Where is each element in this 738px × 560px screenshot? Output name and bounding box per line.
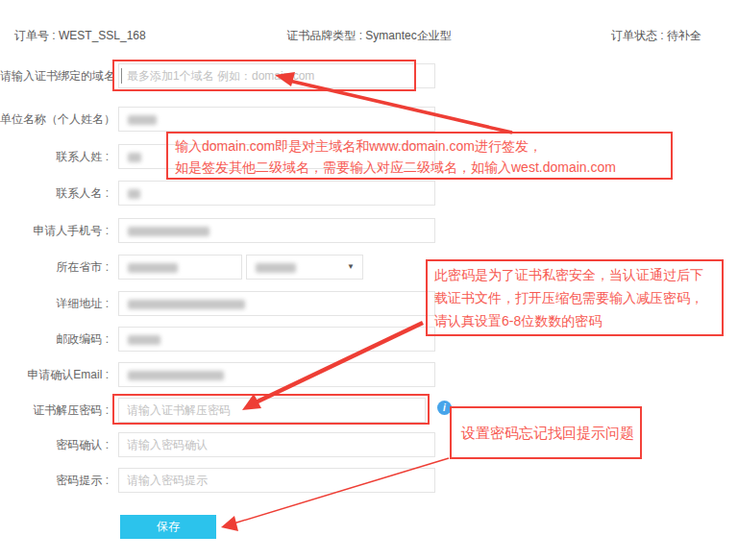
masked-value xyxy=(128,227,209,236)
domain-input[interactable] xyxy=(118,63,435,88)
password-hint-input[interactable] xyxy=(118,468,435,493)
masked-value xyxy=(128,335,160,345)
domain-note-box: 输入domain.com即是对主域名和www.domain.com进行签发， 如… xyxy=(166,132,673,180)
save-button[interactable]: 保存 xyxy=(120,515,216,539)
email-input[interactable] xyxy=(118,362,435,387)
field-row-company: 单位名称（个人姓名）： xyxy=(0,107,738,132)
address-input[interactable] xyxy=(118,291,435,316)
lastname-label: 联系人姓 : xyxy=(0,144,109,169)
firstname-label: 联系人名 : xyxy=(0,181,109,206)
hint-note-box: 设置密码忘记找回提示问题 xyxy=(450,406,642,459)
address-label: 详细地址 : xyxy=(0,291,109,316)
unzip-password-label: 证书解压密码 : xyxy=(0,398,109,423)
zipcode-input[interactable] xyxy=(118,327,435,352)
field-row-phone: 申请人手机号 : xyxy=(0,218,738,243)
domain-label: 请输入证书绑定的域名 : xyxy=(0,63,109,88)
password-note-line3: 请认真设置6-8位数数的密码 xyxy=(434,309,715,332)
unzip-password-input[interactable] xyxy=(118,398,426,423)
order-header: 订单号 : WEST_SSL_168 证书品牌类型 : Symantec企业型 … xyxy=(0,27,738,44)
province-select[interactable] xyxy=(118,255,242,280)
masked-value xyxy=(128,189,140,199)
masked-value xyxy=(128,371,224,380)
masked-value xyxy=(128,115,157,125)
masked-value xyxy=(256,263,296,273)
email-label: 申请确认Email : xyxy=(0,362,109,387)
password-note-line1: 此密码是为了证书私密安全，当认证通过后下 xyxy=(434,263,715,286)
zipcode-label: 邮政编码 : xyxy=(0,327,109,352)
domain-note-line1: 输入domain.com即是对主域名和www.domain.com进行签发， xyxy=(175,135,664,157)
masked-value xyxy=(128,263,178,273)
phone-input[interactable] xyxy=(118,218,435,243)
region-label: 所在省市 : xyxy=(0,255,109,280)
firstname-input[interactable] xyxy=(118,181,435,206)
hint-note-text: 设置密码忘记找回提示问题 xyxy=(461,423,634,444)
password-confirm-input[interactable] xyxy=(118,432,435,457)
password-confirm-label: 密码确认 : xyxy=(0,432,109,457)
text-caret xyxy=(121,68,122,84)
password-note-line2: 载证书文件，打开压缩包需要输入减压密码， xyxy=(434,286,715,309)
field-row-firstname: 联系人名 : xyxy=(0,181,738,206)
password-note-box: 此密码是为了证书私密安全，当认证通过后下 载证书文件，打开压缩包需要输入减压密码… xyxy=(426,259,724,336)
city-select[interactable]: ▼ xyxy=(246,255,363,280)
chevron-down-icon: ▼ xyxy=(347,262,355,271)
domain-note-line2: 如是签发其他二级域名，需要输入对应二级域名，如输入west.domain.com xyxy=(175,157,664,178)
field-row-password-hint: 密码提示 : xyxy=(0,468,738,493)
company-input[interactable] xyxy=(118,107,435,132)
masked-value xyxy=(128,153,141,162)
arrow-to-save-head xyxy=(221,516,238,531)
password-hint-label: 密码提示 : xyxy=(0,468,109,493)
order-status: 订单状态 : 待补全 xyxy=(611,28,701,44)
masked-value xyxy=(128,300,245,309)
phone-label: 申请人手机号 : xyxy=(0,218,109,243)
certificate-order-form-page: 订单号 : WEST_SSL_168 证书品牌类型 : Symantec企业型 … xyxy=(0,0,738,560)
field-row-domain: 请输入证书绑定的域名 : xyxy=(0,63,738,88)
field-row-email: 申请确认Email : xyxy=(0,362,738,387)
company-label: 单位名称（个人姓名）： xyxy=(0,107,109,132)
